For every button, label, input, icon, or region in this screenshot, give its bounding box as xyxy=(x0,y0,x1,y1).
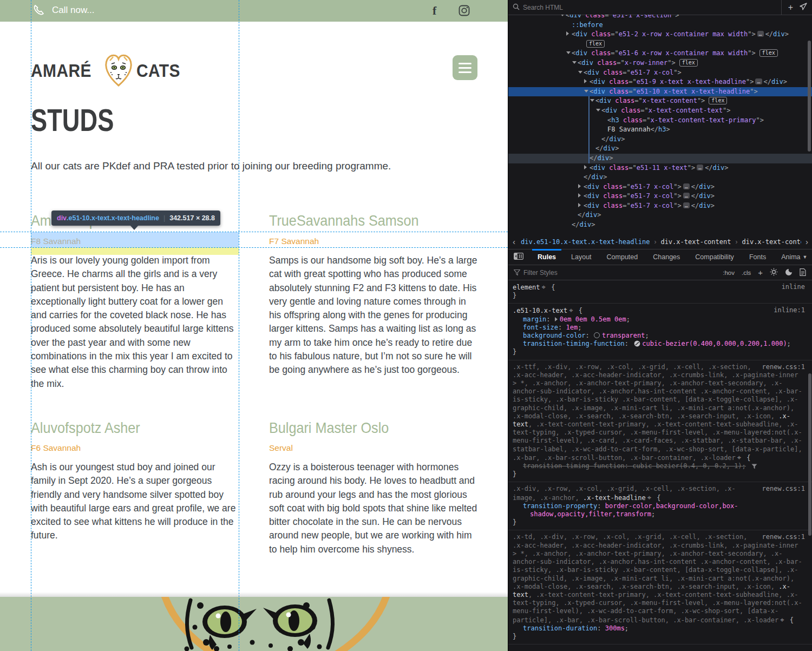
css-declaration[interactable]: transition-timing-function: cubic-bezier… xyxy=(508,340,805,348)
filter-placeholder: Filter Styles xyxy=(523,269,558,277)
dom-tree-row[interactable]: <div class="e51-7 x-col">…</div> xyxy=(508,192,812,201)
stud-breed-3: F6 Savannah xyxy=(31,443,81,453)
style-filter-bar[interactable]: Filter Styles :hov .cls + xyxy=(508,265,812,280)
tab-layout[interactable]: Layout xyxy=(564,249,599,265)
dom-tree-row[interactable]: <div class="e51-7 x-col">…</div> xyxy=(508,182,812,192)
devtools-search-bar[interactable]: Search HTML + xyxy=(508,0,812,15)
inspector-content-highlight xyxy=(31,232,239,247)
dom-tree-row[interactable]: </div> xyxy=(508,154,812,163)
dom-tree-row[interactable]: F8 Savannah</h3> xyxy=(508,125,812,135)
breadcrumb-items: div.e51-10.x-text.x-text-headline›div.x-… xyxy=(520,238,801,246)
infobar-arrow xyxy=(130,225,139,230)
call-now-link[interactable]: Call now... xyxy=(52,5,94,16)
print-media-icon[interactable] xyxy=(800,268,806,277)
css-rule[interactable]: renew.css:1.x-td, .x-div, .x-row, .x-col… xyxy=(508,530,812,645)
class-toggle-button[interactable]: .cls xyxy=(742,269,751,276)
dom-tree-row[interactable]: <div class="e51-11 x-text">…</div> xyxy=(508,163,812,173)
site-header: AMARÉ CATS xyxy=(0,22,508,77)
tab-strip: RulesLayoutComputedChangesCompatibilityF… xyxy=(530,249,812,265)
rules-scrollbar[interactable] xyxy=(808,373,811,536)
css-rule[interactable]: inlineelement⌖ {} xyxy=(508,280,812,304)
tab-compatibility[interactable]: Compatibility xyxy=(687,249,742,265)
light-mode-icon[interactable] xyxy=(770,268,778,277)
stud-desc-3: Ash is our youngest stud boy and joined … xyxy=(31,461,239,543)
highlight-selector-icon[interactable]: ⌖ xyxy=(542,283,546,291)
dom-tree-row[interactable]: <div class="e51-6 x-row x-container max … xyxy=(508,49,812,58)
dom-tree-row[interactable]: <div class="e51-7 x-col">…</div> xyxy=(508,201,812,211)
rule-source-link[interactable]: renew.css:1 xyxy=(762,533,805,541)
pseudo-class-button[interactable]: :hov xyxy=(723,269,735,276)
css-declaration[interactable]: margin: 0em 0em 0.5em 0em; xyxy=(508,315,805,324)
highlight-selector-icon[interactable]: ⌖ xyxy=(780,616,784,624)
highlight-selector-icon[interactable]: ⌖ xyxy=(569,306,573,314)
inspector-node-infobar: div.e51-10.x-text.x-text-headline|342.51… xyxy=(51,211,220,226)
breadcrumb: ‹ div.e51-10.x-text.x-text-headline›div.… xyxy=(508,234,812,249)
dom-tree: <div class="e51-1 x-section">::before<di… xyxy=(508,15,812,234)
rule-source-link[interactable]: renew.css:1 xyxy=(762,485,805,493)
add-node-icon[interactable]: + xyxy=(788,3,793,12)
dom-tree-row[interactable]: <div class="e51-2 x-row x-container max … xyxy=(508,30,812,40)
tab-changes[interactable]: Changes xyxy=(645,249,687,265)
breadcrumb-forward-icon[interactable]: › xyxy=(801,237,812,246)
add-rule-icon[interactable]: + xyxy=(758,268,763,277)
selected-children-guide xyxy=(588,96,590,163)
dom-tree-row[interactable]: <div class="x-row-inner">flex xyxy=(508,58,812,68)
site-topbar: Call now... f xyxy=(0,0,508,22)
dom-tree-row[interactable]: <div class="e51-10 x-text x-text-headlin… xyxy=(508,87,812,97)
tree-scrollbar[interactable] xyxy=(808,41,811,152)
dom-tree-row[interactable]: </div> xyxy=(508,173,812,182)
dom-tree-row[interactable]: </div> xyxy=(508,220,812,230)
stud-breed-4: Serval xyxy=(269,443,293,453)
rule-source-link[interactable]: inline:1 xyxy=(774,306,805,314)
dom-tree-row[interactable]: <div class="x-text-content">flex xyxy=(508,96,812,106)
tab-fonts[interactable]: Fonts xyxy=(742,249,774,265)
dom-tree-row[interactable]: <div class="e51-7 x-col"> xyxy=(508,68,812,78)
dom-tree-row[interactable]: <div class="x-text-content-text"> xyxy=(508,106,812,116)
devtools-sidebar-tabs: RulesLayoutComputedChangesCompatibilityF… xyxy=(508,249,812,265)
tab-rules[interactable]: Rules xyxy=(530,249,564,265)
inspector-guide-left xyxy=(31,0,31,651)
breadcrumb-item[interactable]: div.x-text-content-text xyxy=(742,238,801,246)
breadcrumb-back-icon[interactable]: ‹ xyxy=(508,237,520,246)
site-logo[interactable]: AMARÉ CATS xyxy=(31,50,186,91)
tab-anima[interactable]: Anima▼ xyxy=(774,249,812,265)
tab-computed[interactable]: Computed xyxy=(599,249,646,265)
site-footer xyxy=(0,597,508,651)
stud-name-3: Aluvofspotz Asher xyxy=(31,419,140,437)
breadcrumb-item[interactable]: div.x-text-content xyxy=(660,238,731,246)
rule-source-link[interactable]: renew.css:1 xyxy=(762,363,805,371)
dom-tree-row[interactable]: ::before xyxy=(508,21,812,30)
highlight-selector-icon[interactable]: ⌖ xyxy=(647,494,651,502)
css-rule[interactable]: renew.css:1.x-ttf, .x-div, .x-row, .x-co… xyxy=(508,360,812,483)
css-declaration[interactable]: transition-property: border-color,backgr… xyxy=(508,502,805,518)
dom-tree-row[interactable]: flex xyxy=(508,40,812,49)
css-declaration[interactable]: background-color: transparent; xyxy=(508,332,805,340)
phone-icon xyxy=(32,4,44,19)
dom-tree-row[interactable]: </div> xyxy=(508,144,812,154)
hamburger-menu-button[interactable] xyxy=(453,55,477,80)
breadcrumb-item[interactable]: div.e51-10.x-text.x-text-headline xyxy=(521,238,650,246)
instagram-icon[interactable] xyxy=(459,5,470,18)
rule-source-link[interactable]: inline xyxy=(782,283,805,291)
dark-mode-icon[interactable] xyxy=(785,268,793,277)
infobar-tag: div xyxy=(57,214,67,222)
dom-tree-row[interactable]: <div class="e51-9 x-text x-text-headline… xyxy=(508,77,812,87)
search-icon xyxy=(513,2,520,12)
toggle-pane-icon[interactable] xyxy=(514,253,523,261)
dom-tree-row[interactable]: <h3 class="x-text-content-text-primary"> xyxy=(508,116,812,126)
color-swatch-icon xyxy=(594,332,600,338)
stud-desc-2: Samps is our handsome big soft boy. He’s… xyxy=(269,254,479,377)
css-declaration[interactable]: transition-duration: 300ms; xyxy=(508,624,805,633)
filter-icon xyxy=(514,268,520,278)
inspector-guide-bottom xyxy=(0,247,508,248)
css-rule[interactable]: inline:1.e51-10.x-text⌖ {margin: 0em 0em… xyxy=(508,304,812,360)
css-rule[interactable]: renew.css:1.x-div, .x-row, .x-col, .x-gr… xyxy=(508,482,812,530)
highlight-selector-icon[interactable]: ⌖ xyxy=(737,453,741,462)
facebook-icon[interactable]: f xyxy=(433,4,436,18)
dom-tree-row[interactable]: <div class="e51-1 x-section"> xyxy=(508,15,812,21)
css-declaration[interactable]: transition-timing-function: cubic-bezier… xyxy=(508,462,805,470)
dom-tree-row[interactable]: </div> xyxy=(508,135,812,144)
css-declaration[interactable]: font-size: 1em; xyxy=(508,324,805,332)
dom-tree-row[interactable]: </div> xyxy=(508,211,812,220)
element-picker-icon[interactable] xyxy=(800,2,807,12)
